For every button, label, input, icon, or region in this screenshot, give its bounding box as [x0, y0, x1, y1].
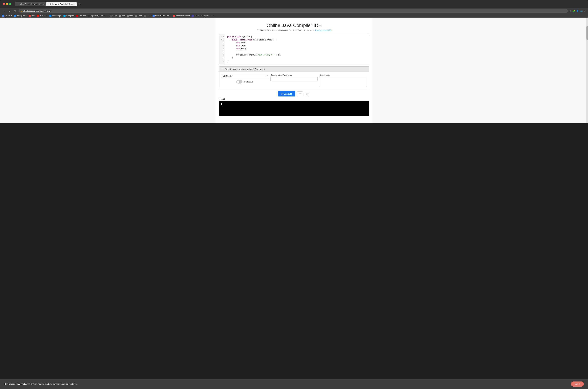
more-options-button[interactable]: •••	[297, 91, 303, 96]
bookmark-iresolution[interactable]: iresolutioncenter	[173, 15, 190, 17]
bookmark-aolmail[interactable]: AOL Mail	[37, 15, 47, 17]
bookmark-more[interactable]: »	[213, 15, 214, 17]
bookmarks-icon[interactable]: ☆	[569, 10, 571, 12]
collapse-icon[interactable]: ▼	[221, 68, 223, 70]
ict-icon	[88, 15, 90, 17]
tab-instructables[interactable]: Project Editor - Instructables ✕	[15, 2, 46, 6]
gmail-icon	[29, 15, 31, 17]
bookmark-fack-label: fack	[129, 15, 133, 17]
bookmark-ict-label: repository - WCTE...	[91, 15, 108, 17]
tab-instructables-label: Project Editor - Instructables	[18, 3, 42, 5]
bookmark-mydrive[interactable]: My Drive	[2, 15, 12, 17]
play-icon	[282, 93, 283, 95]
line-number-5: 5	[220, 47, 224, 51]
bookmark-messenger[interactable]: Messenger	[49, 15, 61, 17]
groupme-icon	[63, 15, 65, 17]
interactive-label: Interactive	[244, 81, 253, 83]
fullscreen-button[interactable]: ⛶	[304, 92, 310, 96]
maximize-button[interactable]	[9, 3, 11, 5]
fick-icon	[119, 15, 121, 17]
url-bar[interactable]: 🔒 jdoodle.com/online-java-compiler/	[18, 9, 568, 13]
bookmark-login-label: Login	[113, 15, 117, 17]
aol-icon	[37, 15, 39, 17]
lock-icon: 🔒	[21, 10, 23, 12]
bookmark-groupme[interactable]: GroupMe	[63, 15, 74, 17]
tab-jdoodle[interactable]: Online Java Compiler - Online... ✕	[46, 2, 77, 6]
fold-icon-1[interactable]: ▼	[221, 36, 222, 38]
line-number-6: 6	[220, 51, 224, 54]
tab-close-icon[interactable]: ✕	[43, 3, 44, 5]
stdin-textarea[interactable]	[320, 77, 367, 87]
messenger-icon	[49, 15, 51, 17]
cast-icon[interactable]: 📺	[580, 10, 583, 12]
line-number-2: ▼ 2	[220, 39, 224, 42]
cmd-label: CommandLine Arguments	[270, 74, 318, 76]
bookmark-fock[interactable]: Fock	[135, 15, 142, 17]
browser-content: Online Java Compiler IDE For Multiple Fi…	[0, 18, 588, 123]
code-line-3: int x=10;	[227, 41, 367, 45]
bookmark-thingiverse-label: Thingiverse	[17, 15, 27, 17]
fold-icon-2[interactable]: ▼	[221, 39, 222, 41]
code-line-8: }	[227, 57, 367, 60]
result-label: Result	[219, 98, 369, 100]
minimize-button[interactable]	[6, 3, 8, 5]
interactive-toggle[interactable]	[236, 80, 242, 84]
bookmark-feck[interactable]: Feck	[144, 15, 150, 17]
bookmark-ict[interactable]: repository - WCTE...	[88, 15, 108, 17]
code-line-7: System.out.println("Sum of x+y = " + z);	[227, 54, 367, 57]
execute-header: ▼ Execute Mode, Version, Inputs & Argume…	[219, 66, 369, 72]
bookmark-aolmail-label: AOL Mail	[40, 15, 47, 17]
bookmark-mail[interactable]: Mail	[29, 15, 35, 17]
code-line-2: public static void main(String args[]) {	[227, 39, 367, 42]
code-area[interactable]: ▼ 1 ▼ 2 3 4 5 6 7 8 9	[219, 34, 369, 65]
code-editor: ▼ 1 ▼ 2 3 4 5 6 7 8 9	[219, 34, 369, 65]
bookmark-fick[interactable]: fick	[119, 15, 125, 17]
execute-panel: ▼ Execute Mode, Version, Inputs & Argume…	[219, 66, 369, 89]
jdk-select[interactable]: JDK 11.0.4 JDK 8 JDK 14	[221, 74, 268, 78]
traffic-lights	[3, 3, 11, 5]
bookmark-netgear[interactable]: NetGear	[76, 15, 86, 17]
bookmarks-bar: My Drive Thingiverse Mail AOL Mail Messe…	[0, 14, 588, 18]
bookmark-howto[interactable]: How to Use Com...	[152, 15, 171, 17]
toolbar-icons: ☆ 🧩 👤 📺 ⋮	[569, 10, 586, 12]
page-subtitle: For Multiple Files, Custom Library and F…	[219, 29, 369, 31]
cmdline-section: CommandLine Arguments	[270, 74, 318, 81]
execute-body: JDK 11.0.4 JDK 8 JDK 14 Interactive	[219, 72, 369, 89]
more-bookmarks-label: »	[213, 15, 214, 17]
advanced-ide-link[interactable]: Advanced Java IDE	[315, 29, 331, 31]
user-icon[interactable]: 👤	[576, 10, 579, 12]
reload-button[interactable]: ↻	[13, 9, 17, 13]
bookmark-feck-label: Feck	[147, 15, 150, 17]
fullscreen-label: ⛶	[306, 93, 308, 95]
code-content[interactable]: public class MyClass { public static voi…	[225, 34, 369, 65]
execute-button[interactable]: Execute	[278, 91, 295, 97]
result-area	[219, 101, 369, 116]
extensions-icon[interactable]: 🧩	[572, 10, 575, 12]
execute-actions: Execute ••• ⛶	[219, 91, 369, 97]
scrollbar-thumb[interactable]	[587, 26, 588, 40]
bookmark-darkcrystal[interactable]: The Dark Crystal:...	[192, 15, 210, 17]
execute-button-label: Execute	[284, 93, 292, 95]
thingiverse-icon	[14, 15, 16, 17]
new-tab-button[interactable]: +	[77, 2, 81, 6]
bookmark-fack[interactable]: fack	[127, 15, 133, 17]
result-cursor	[221, 103, 222, 105]
bookmark-login[interactable]: Login	[110, 15, 117, 17]
back-button[interactable]: ‹	[2, 9, 6, 13]
scrollbar[interactable]	[586, 18, 588, 123]
stdin-section: Stdin Inputs	[320, 74, 367, 87]
line-number-8: 8	[220, 57, 224, 60]
execute-header-label: Execute Mode, Version, Inputs & Argument…	[225, 68, 265, 70]
feck-icon	[144, 15, 146, 17]
menu-icon[interactable]: ⋮	[584, 10, 586, 12]
bookmark-fick-label: fick	[122, 15, 125, 17]
code-line-9: }	[227, 60, 367, 63]
forward-button[interactable]: ›	[7, 9, 12, 13]
login-icon	[110, 15, 112, 17]
ires-icon	[173, 15, 175, 17]
bookmark-mail-label: Mail	[31, 15, 35, 17]
cmdline-input[interactable]	[270, 77, 318, 81]
bookmark-thingiverse[interactable]: Thingiverse	[14, 15, 27, 17]
title-bar: Project Editor - Instructables ✕ Online …	[0, 0, 588, 8]
close-button[interactable]	[3, 3, 5, 5]
